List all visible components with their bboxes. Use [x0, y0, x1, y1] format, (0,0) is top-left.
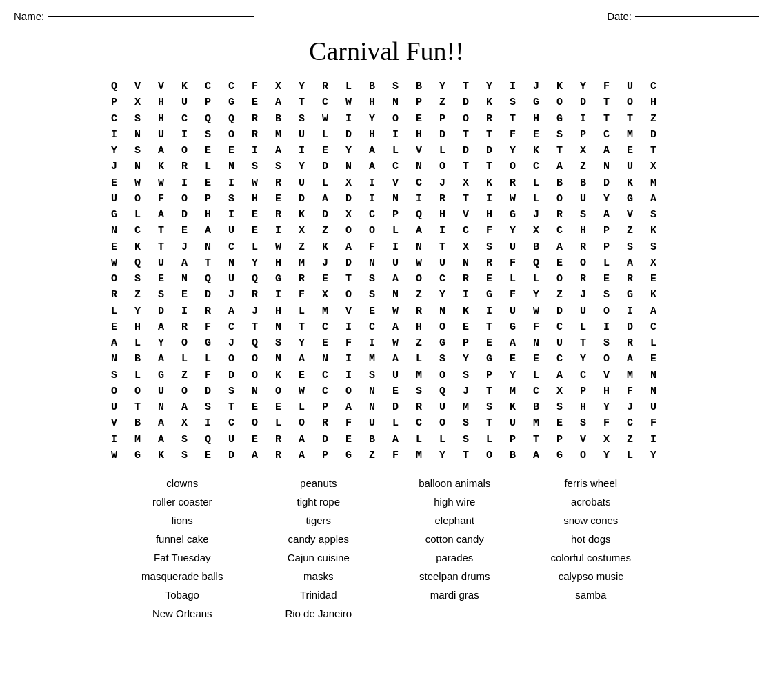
word-item: Tobago [118, 588, 248, 602]
word-item: ferris wheel [526, 476, 656, 490]
word-item: Trinidad [254, 588, 383, 602]
date-line [635, 16, 759, 17]
grid-row: J N K R L N S S Y D N A C N O T T O C A … [111, 159, 662, 174]
grid-row: I M A S Q U E R A D E B A L L S L P T P … [111, 432, 662, 448]
word-item: samba [526, 588, 656, 602]
grid-row: E W W I E I W R U L X I V C J X K R L B … [111, 175, 662, 191]
name-line [48, 16, 254, 17]
grid-row: U T N A S T E E L P A N D R U M S K B S … [111, 399, 662, 415]
date-field: Date: [607, 10, 759, 22]
grid-row: C S H C Q Q R B S W I Y O E P O R T H G … [111, 111, 662, 127]
word-item: Fat Tuesday [118, 550, 248, 565]
word-item: masquerade balls [118, 569, 248, 583]
grid-row: O O U O D S N O W C O N E S Q J T M C X … [111, 383, 662, 399]
word-item: cotton candy [390, 532, 520, 546]
word-item: mardi gras [390, 588, 520, 602]
word-list: clownspeanutsballoon animalsferris wheel… [118, 476, 656, 621]
grid: Q V V K C C F X Y R L B S B Y T Y I J K … [111, 79, 662, 463]
grid-row: E H A R F C T N T C I C A H O E T G F C … [111, 319, 662, 335]
grid-row: O S E N Q U Q G R E T S A O C R E L L O … [111, 271, 662, 287]
word-item: balloon animals [390, 476, 520, 490]
word-item [390, 606, 520, 621]
word-item: acrobats [526, 494, 656, 509]
grid-row: Y S A O E E I A I E Y A L V L D D Y K T … [111, 143, 662, 159]
grid-row: U O F O P S H E D A D I N I R T I W L O … [111, 191, 662, 207]
grid-row: S L G Z F D O K E C I S U M O S P Y L A … [111, 368, 662, 383]
grid-row: E K T J N C L W Z K A F I N T X S U B A … [111, 239, 662, 255]
word-item: Cajun cuisine [254, 550, 383, 565]
word-item: Rio de Janeiro [254, 606, 383, 621]
word-item [526, 606, 656, 621]
grid-row: R Z S E D J R I F X O S N Z Y I G F Y Z … [111, 287, 662, 303]
word-item: tight rope [254, 494, 383, 509]
grid-row: N B A L L O O N A N I M A L S Y G E E C … [111, 351, 662, 367]
name-label: Name: [14, 10, 44, 22]
grid-row: Q V V K C C F X Y R L B S B Y T Y I J K … [111, 79, 662, 94]
grid-row: W Q U A T N Y H M J D N U W U N R F Q E … [111, 255, 662, 271]
word-item: tigers [254, 513, 383, 528]
word-item: lions [118, 513, 248, 528]
grid-row: G L A D H I E R K D X C P Q H V H G J R … [111, 207, 662, 223]
date-label: Date: [607, 10, 632, 22]
name-field: Name: [14, 10, 254, 22]
word-item: elephant [390, 513, 520, 528]
word-item: parades [390, 550, 520, 565]
grid-row: I N U I S O R M U L D H I H D T T F E S … [111, 127, 662, 143]
grid-row: V B A X I C O L O R F U L C O S T U M E … [111, 415, 662, 431]
word-item: peanuts [254, 476, 383, 490]
word-item: colorful costumes [526, 550, 656, 565]
grid-row: W G K S E D A R A P G Z F M Y T O B A G … [111, 448, 662, 463]
word-item: steelpan drums [390, 569, 520, 583]
word-item: high wire [390, 494, 520, 509]
word-item: snow cones [526, 513, 656, 528]
word-item: candy apples [254, 532, 383, 546]
word-item: funnel cake [118, 532, 248, 546]
grid-row: N C T E A U E I X Z O O L A I C F Y X C … [111, 223, 662, 239]
header: Name: Date: [14, 7, 759, 29]
page-title: Carnival Fun!! [14, 36, 759, 66]
word-item: roller coaster [118, 494, 248, 509]
grid-row: A L Y O G J Q S Y E F I W Z G P E A N U … [111, 335, 662, 351]
word-item: calypso music [526, 569, 656, 583]
word-item: masks [254, 569, 383, 583]
word-item: New Orleans [118, 606, 248, 621]
word-item: clowns [118, 476, 248, 490]
word-search-grid: Q V V K C C F X Y R L B S B Y T Y I J K … [14, 79, 759, 463]
grid-row: P X H U P G E A T C W H N P Z D K S G O … [111, 94, 662, 110]
word-item: hot dogs [526, 532, 656, 546]
grid-row: L Y D I R A J H L M V E W R N K I U W D … [111, 303, 662, 319]
